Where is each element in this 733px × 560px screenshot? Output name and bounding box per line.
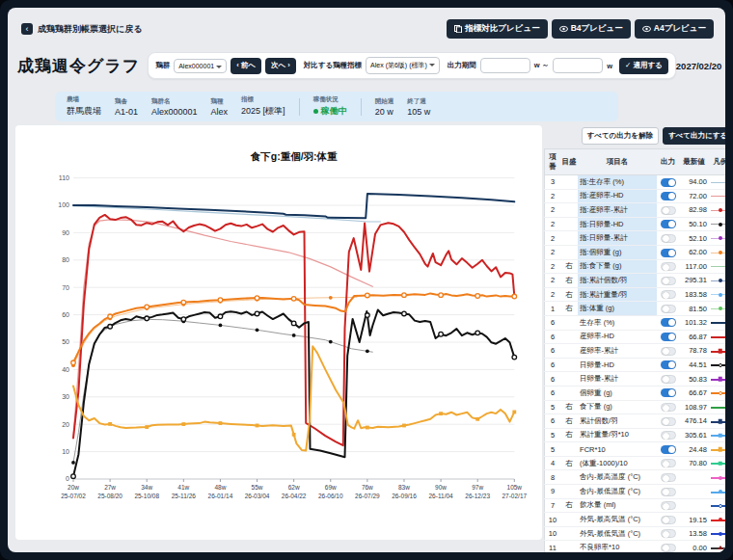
output-toggle[interactable]	[661, 262, 676, 271]
row-legend	[709, 203, 725, 218]
toggle-knob	[663, 418, 669, 425]
compare-index-select[interactable]: Alex (第6版) (標準)	[366, 57, 440, 74]
legend-swatch-icon	[711, 488, 725, 496]
svg-text:55w: 55w	[252, 484, 263, 491]
table-row: 8舎内-最高温度 (°C)	[545, 470, 726, 485]
output-toggle[interactable]	[661, 417, 676, 426]
eye-icon	[642, 25, 651, 33]
compare-index-label: 対比する鶏種指標	[304, 61, 362, 70]
row-latest-value	[679, 470, 709, 485]
legend-square-marker	[719, 447, 723, 452]
col-axis: 目盛	[560, 149, 578, 175]
indicator-table-header: 項番 目盛 項目名 出力 最新値 凡例	[545, 149, 726, 175]
compare-preview-button[interactable]: 指標対比プレビュー	[447, 19, 547, 39]
svg-text:48w: 48w	[214, 484, 226, 491]
row-legend	[709, 526, 725, 541]
info-end-week: 終了週 105 w	[407, 97, 430, 117]
output-toggle[interactable]	[661, 178, 676, 187]
row-axis	[560, 315, 578, 330]
output-toggle[interactable]	[661, 459, 676, 467]
info-breed: 鶏種 Alex	[211, 97, 229, 117]
svg-text:26-04/22: 26-04/22	[282, 493, 307, 499]
output-toggle[interactable]	[661, 206, 676, 215]
output-toggle[interactable]	[661, 388, 676, 397]
row-latest-value: 78.78	[679, 344, 709, 359]
legend-open-circle-marker	[719, 504, 722, 508]
output-toggle[interactable]	[661, 220, 676, 228]
row-latest-value: 66.67	[679, 386, 709, 400]
row-legend	[709, 372, 725, 387]
output-toggle[interactable]	[661, 445, 676, 454]
output-toggle[interactable]	[661, 501, 676, 510]
row-item-name: FCR*10	[578, 442, 657, 457]
info-index-value: 2025 [標準]	[241, 105, 285, 118]
clear-all-output-button[interactable]: すべての出力を解除	[582, 127, 659, 145]
output-toggle[interactable]	[661, 318, 676, 327]
legend-swatch-icon	[711, 417, 725, 426]
legend-dot-marker	[719, 490, 722, 493]
period-from-input[interactable]	[480, 58, 530, 73]
flock-select[interactable]: Alex000001	[174, 59, 227, 73]
back-link[interactable]: ‹ 成鶏鶏群別帳票選択に戻る	[21, 23, 142, 36]
row-axis	[560, 513, 578, 527]
apply-button[interactable]: ✓ 適用する	[619, 58, 668, 74]
output-toggle[interactable]	[661, 488, 676, 496]
row-latest-value: 117.00	[679, 259, 709, 274]
period-end-unit: w	[607, 62, 612, 70]
output-all-button[interactable]: すべて出力にする	[663, 127, 725, 145]
info-house: 鶏舎 A1-01	[115, 97, 138, 117]
row-item-name: 指:生存率 (%)	[578, 175, 657, 190]
next-button[interactable]: 次へ ›	[265, 58, 296, 74]
row-latest-value: 24.48	[679, 442, 709, 457]
row-output-cell	[657, 400, 679, 414]
legend-dot-marker	[719, 476, 722, 480]
row-item-name: (体重-1000)/10	[578, 456, 657, 470]
output-toggle[interactable]	[661, 333, 676, 341]
output-toggle[interactable]	[661, 277, 676, 285]
svg-text:40: 40	[62, 366, 69, 373]
prev-button[interactable]: ‹ 前へ	[231, 58, 261, 74]
toggle-knob	[668, 446, 675, 453]
page-title: 成鶏週令グラフ	[17, 55, 140, 77]
output-toggle[interactable]	[661, 234, 676, 243]
row-output-cell	[657, 498, 679, 513]
legend-line	[711, 407, 725, 409]
row-axis	[560, 386, 578, 400]
legend-swatch-icon	[711, 220, 725, 228]
a4-preview-button[interactable]: A4プレビュー	[635, 19, 714, 39]
current-date: 2027/02/20	[676, 61, 722, 71]
output-toggle[interactable]	[661, 249, 676, 257]
row-output-cell	[657, 330, 679, 344]
row-latest-value: 183.58	[679, 287, 709, 302]
output-toggle[interactable]	[661, 516, 676, 524]
output-toggle[interactable]	[661, 305, 676, 313]
svg-text:27w: 27w	[104, 484, 116, 491]
row-no: 2	[545, 203, 560, 218]
output-toggle[interactable]	[661, 192, 676, 200]
b4-preview-button[interactable]: B4プレビュー	[552, 19, 631, 39]
table-row: 4右(体重-1000)/1070.80	[545, 456, 726, 470]
table-row: 10外気-最高気温 (°C)19.15	[545, 513, 726, 527]
toggle-knob	[663, 545, 669, 551]
row-item-name: 不良卵率*10	[578, 541, 657, 552]
period-to-input[interactable]	[553, 58, 603, 73]
toggle-knob	[663, 278, 669, 284]
toggle-knob	[663, 517, 669, 523]
table-row: 6右累計個数/羽476.14	[545, 414, 726, 429]
output-toggle[interactable]	[661, 290, 676, 299]
output-toggle[interactable]	[661, 347, 676, 356]
row-latest-value	[679, 485, 709, 499]
output-toggle[interactable]	[661, 431, 676, 440]
output-toggle[interactable]	[661, 544, 676, 552]
table-row: 11不良卵率*100.00	[545, 541, 726, 552]
output-toggle[interactable]	[661, 360, 676, 369]
row-item-name: 累計個数/羽	[578, 414, 657, 429]
row-axis	[560, 526, 578, 541]
toggle-knob	[663, 489, 669, 495]
output-toggle[interactable]	[661, 375, 676, 384]
table-row: 1右指:体重 (g)81.50	[545, 302, 726, 316]
output-toggle[interactable]	[661, 529, 676, 538]
output-toggle[interactable]	[661, 403, 676, 412]
row-axis: 右	[560, 259, 578, 274]
output-toggle[interactable]	[661, 473, 676, 482]
